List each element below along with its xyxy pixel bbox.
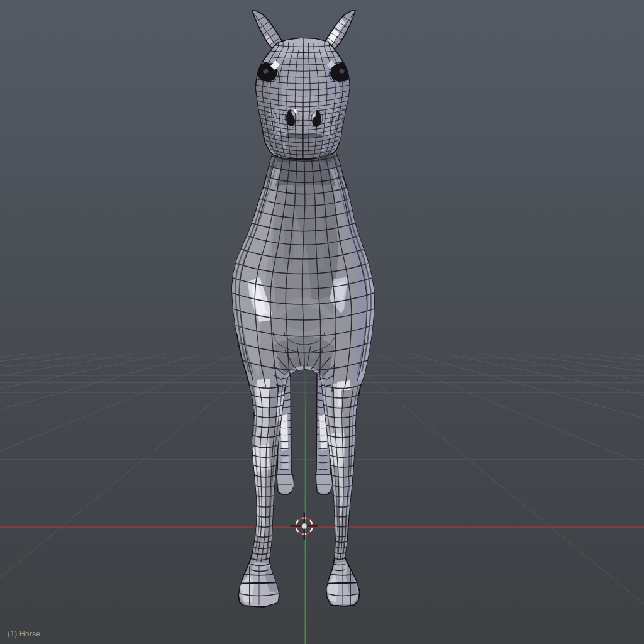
- svg-text:(1) Horse: (1) Horse: [8, 630, 40, 638]
